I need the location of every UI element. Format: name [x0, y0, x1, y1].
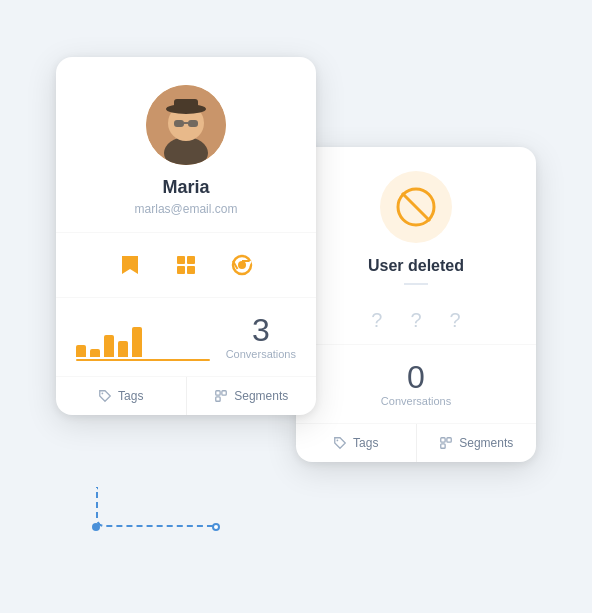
avatar-section: Maria marlas@email.com	[56, 57, 316, 232]
deleted-segments-icon	[439, 436, 453, 450]
count-label: Conversations	[226, 348, 296, 360]
card-deleted: User deleted ? ? ? 0 Conversations Tags	[296, 147, 536, 462]
deleted-count-label: Conversations	[381, 395, 451, 407]
tags-button[interactable]: Tags	[56, 377, 187, 415]
deleted-circle	[380, 171, 452, 243]
svg-rect-11	[187, 266, 195, 274]
svg-rect-9	[187, 256, 195, 264]
deleted-icon-section: User deleted	[296, 147, 536, 297]
actions-row: Tags Segments	[56, 377, 316, 415]
svg-rect-20	[216, 396, 220, 400]
platform-icons-row	[56, 232, 316, 298]
question-mark-1: ?	[371, 309, 382, 332]
svg-rect-24	[441, 437, 445, 441]
tag-icon	[98, 389, 112, 403]
segments-icon	[214, 389, 228, 403]
card-maria: Maria marlas@email.com	[56, 57, 316, 415]
deleted-actions-row: Tags Segments	[296, 424, 536, 462]
svg-line-22	[402, 193, 430, 221]
deleted-count-number: 0	[381, 361, 451, 393]
svg-rect-25	[447, 437, 451, 441]
svg-rect-4	[174, 99, 198, 111]
deleted-segments-button[interactable]: Segments	[417, 424, 537, 462]
conversations-count: 3 Conversations	[226, 314, 296, 360]
deleted-tags-button[interactable]: Tags	[296, 424, 417, 462]
conversations-chart	[76, 317, 210, 357]
windows-icon	[168, 247, 204, 283]
no-entry-icon	[394, 185, 438, 229]
deleted-stats-row: 0 Conversations	[296, 344, 536, 424]
chrome-icon	[224, 247, 260, 283]
svg-rect-6	[188, 120, 198, 127]
svg-rect-18	[216, 390, 220, 394]
question-mark-2: ?	[410, 309, 421, 332]
question-mark-3: ?	[450, 309, 461, 332]
user-name: Maria	[162, 177, 209, 198]
stats-row: 3 Conversations	[56, 298, 316, 377]
avatar	[146, 85, 226, 165]
svg-point-23	[337, 439, 339, 441]
count-number: 3	[226, 314, 296, 346]
svg-point-17	[102, 392, 104, 394]
svg-rect-19	[222, 390, 226, 394]
deleted-title: User deleted	[368, 257, 464, 275]
svg-rect-5	[174, 120, 184, 127]
bookmark-icon	[112, 247, 148, 283]
svg-rect-10	[177, 266, 185, 274]
svg-rect-8	[177, 256, 185, 264]
deleted-tag-icon	[333, 436, 347, 450]
deleted-conversations-count: 0 Conversations	[381, 361, 451, 407]
segments-button[interactable]: Segments	[187, 377, 317, 415]
deleted-divider	[404, 283, 428, 285]
connector-line	[96, 487, 216, 527]
svg-rect-26	[441, 443, 445, 447]
svg-point-13	[238, 261, 246, 269]
user-email: marlas@email.com	[135, 202, 238, 216]
question-marks-row: ? ? ?	[296, 297, 536, 344]
